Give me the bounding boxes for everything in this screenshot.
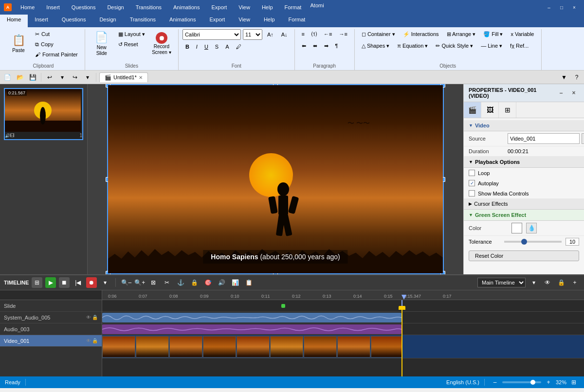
highlight-button[interactable]: 🖊 [233,42,244,52]
zoom-in-status-button[interactable]: + [543,377,554,388]
tl-tool-3[interactable]: 🔒 [189,277,200,288]
ribbon-tab-format[interactable]: Format [282,15,312,27]
tab-help[interactable]: Help [256,2,279,12]
timeline-grid-button[interactable]: ⊞ [32,277,42,288]
color-picker[interactable] [511,223,522,233]
tab-questions[interactable]: Questions [66,2,102,12]
document-tab[interactable]: 🎬 Untitled1* ✕ [99,72,148,82]
underline-button[interactable]: U [201,42,211,52]
ribbon-tab-home[interactable]: Home [0,15,28,27]
tl-selector-arrow[interactable]: ▾ [529,277,539,288]
fill-button[interactable]: 🪣 Fill ▾ [480,29,506,39]
zoom-slider[interactable] [502,381,541,383]
tolerance-input[interactable] [566,238,579,246]
tolerance-thumb[interactable] [521,239,527,245]
undo-button[interactable]: ↩ [44,72,55,83]
close-button[interactable]: × [568,2,580,12]
layout-button[interactable]: ▦ Layout ▾ [115,29,148,39]
track-video-lock-icon[interactable]: 🔒 [92,338,98,343]
record-button[interactable]: ⏺ [86,277,97,288]
cursor-effects-header[interactable]: ▶ Cursor Effects [464,198,584,210]
slide-thumb-1[interactable]: 0:21.567 [4,88,83,140]
strikethrough-button[interactable]: S [212,42,221,52]
tab-home[interactable]: Home [15,2,40,12]
ribbon-tab-export[interactable]: Export [202,15,232,27]
new-slide-button[interactable]: 📄 NewSlide [89,29,114,58]
record-screen-button[interactable]: ⏺ RecordScreen ▾ [149,29,174,58]
tl-lock2-button[interactable]: 🔒 [556,277,566,288]
media-controls-checkbox[interactable] [469,190,475,196]
paragraph-dialog-button[interactable]: ¶ [332,41,341,51]
zoom-out-status-button[interactable]: – [490,377,500,388]
copy-button[interactable]: ⧉ Copy [32,39,81,49]
props-minimize-button[interactable]: – [556,88,566,98]
tl-tool-2[interactable]: ⚓ [175,277,186,288]
zoom-out-button[interactable]: 🔍– [121,277,131,288]
shapes-button[interactable]: △ Shapes ▾ [359,41,392,51]
save-file-button[interactable]: 💾 [27,72,38,83]
tab-export[interactable]: Export [205,2,233,12]
play-button[interactable]: ▶ [45,277,56,288]
track-eye-icon[interactable]: 👁 [86,315,91,320]
zoom-thumb[interactable] [530,380,535,385]
tab-animations[interactable]: Animations [167,2,205,12]
font-family-select[interactable]: Calibri [182,29,241,40]
timeline-selector[interactable]: Main Timeline [477,278,526,287]
decrease-font-button[interactable]: A↓ [278,30,291,39]
ribbon-tab-view[interactable]: View [232,15,257,27]
ribbon-tab-design[interactable]: Design [92,15,123,27]
interactions-button[interactable]: ⚡ Interactions [400,29,442,39]
ribbon-tab-animations[interactable]: Animations [163,15,202,27]
props-close-button[interactable]: × [568,88,579,98]
align-left-button[interactable]: ⬅ [299,41,309,51]
redo-arrow-button[interactable]: ▾ [82,72,93,83]
align-right-button[interactable]: ➡ [321,41,331,51]
tl-tool-5[interactable]: 🔊 [216,277,227,288]
indent-dec-button[interactable]: ←≡ [321,29,335,39]
source-browse-button[interactable]: 📁 [582,133,584,144]
increase-font-button[interactable]: A↑ [264,30,276,39]
font-color-button[interactable]: A [222,42,232,52]
reference-button[interactable]: fχ Ref... [507,41,531,51]
section-video-header[interactable]: ▼ Video [464,120,584,131]
tl-tool-6[interactable]: 📊 [230,277,240,288]
tl-tool-1[interactable]: ✂ [162,277,172,288]
arrange-button[interactable]: ⊞ Arrange ▾ [444,29,479,39]
back-frame-button[interactable]: |◀ [73,277,83,288]
track-video-001[interactable]: Video_001 👁 🔒 [0,335,102,347]
font-size-select[interactable]: 11 [243,29,262,40]
section-playback-header[interactable]: ▼ Playback Options [464,157,584,168]
source-input[interactable] [508,133,580,144]
tab-design[interactable]: Design [101,2,129,12]
ribbon-tab-transitions[interactable]: Transitions [123,15,163,27]
track-video-eye-icon[interactable]: 👁 [86,338,91,343]
reset-color-button[interactable]: Reset Color [469,250,579,261]
cut-button[interactable]: ✂ Cut [32,29,81,39]
tl-eye-button[interactable]: 👁 [542,277,553,288]
minimize-button[interactable]: – [543,2,555,12]
autoplay-checkbox[interactable] [469,180,475,186]
props-icon-layout[interactable]: ⊞ [499,102,516,118]
undo-arrow-button[interactable]: ▾ [57,72,68,83]
zoom-in-button[interactable]: 🔍+ [134,277,145,288]
ribbon-tab-help[interactable]: Help [257,15,282,27]
container-button[interactable]: ◻ Container ▾ [359,29,398,39]
tolerance-slider[interactable] [504,241,562,243]
collapse-button[interactable]: ▼ [559,72,569,83]
tab-insert[interactable]: Insert [40,2,66,12]
bold-button[interactable]: B [182,42,192,52]
indent-inc-button[interactable]: →≡ [336,29,350,39]
loop-checkbox[interactable] [469,170,475,176]
color-eyedropper[interactable]: 💧 [526,223,537,233]
paste-button[interactable]: 📋 Paste [6,29,31,58]
italic-button[interactable]: I [193,42,201,52]
new-file-button[interactable]: 📄 [2,72,13,83]
bullets-button[interactable]: ≡ [299,29,308,39]
ribbon-tab-questions[interactable]: Questions [55,15,93,27]
tab-transitions[interactable]: Transitions [130,2,167,12]
help-icon[interactable]: ? [571,72,582,83]
track-lock-icon[interactable]: 🔒 [92,315,98,320]
open-file-button[interactable]: 📂 [15,72,25,83]
format-painter-button[interactable]: 🖌 Format Painter [32,50,81,59]
tl-add-button[interactable]: + [569,277,580,288]
